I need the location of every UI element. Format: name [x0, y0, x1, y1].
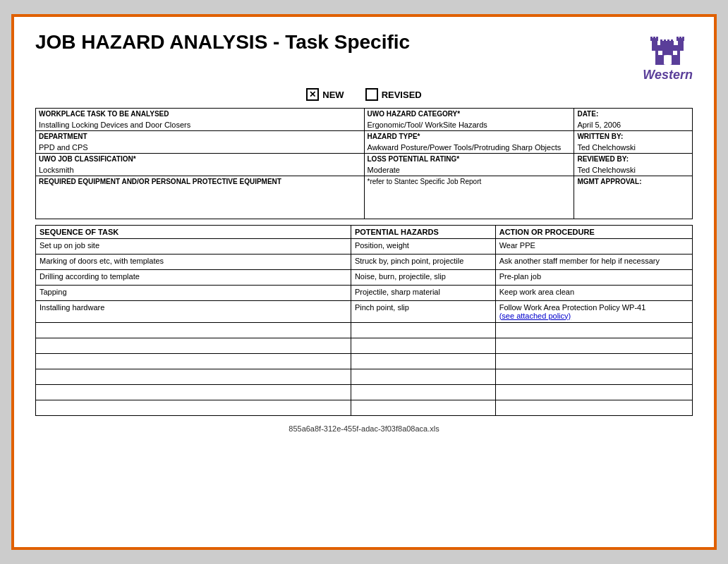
castle-icon — [643, 31, 693, 68]
uwo-job-label: UWO JOB CLASSIFICATION* — [36, 154, 365, 165]
policy-link[interactable]: (see attached policy) — [499, 312, 571, 320]
act-cell — [495, 369, 692, 384]
seq-cell — [36, 353, 351, 369]
svg-rect-2 — [650, 37, 653, 41]
haz-cell: Position, weight — [351, 238, 495, 254]
table-row: Marking of doors etc, with templatesStru… — [36, 254, 693, 269]
haz-cell: Struck by, pinch point, projectile — [351, 254, 495, 269]
required-equip-value — [36, 187, 365, 219]
uwo-job-value: Locksmith — [36, 164, 365, 176]
page: JOB HAZARD ANALYSIS - Task Specific — [11, 14, 717, 550]
seq-cell — [36, 400, 351, 415]
stantec-value — [364, 187, 574, 219]
revised-checkbox-label: REVISED — [365, 88, 422, 101]
seq-cell — [36, 384, 351, 400]
uwo-hazard-label: UWO HAZARD CATEGORY* — [364, 109, 574, 120]
required-equip-label: REQUIRED EQUIPMENT AND/OR PERSONAL PROTE… — [36, 176, 365, 188]
haz-cell — [351, 322, 495, 338]
reviewed-by-label: REVIEWED BY: — [574, 154, 693, 165]
table-row — [36, 384, 693, 400]
mgmt-approval-value — [574, 187, 693, 219]
new-revised-row: ✕ NEW REVISED — [35, 88, 693, 101]
col-haz-header: POTENTIAL HAZARDS — [351, 225, 495, 238]
svg-rect-12 — [667, 39, 669, 45]
table-row — [36, 369, 693, 384]
mgmt-approval-label: MGMT APPROVAL: — [574, 176, 693, 188]
new-label: NEW — [322, 90, 344, 100]
seq-cell — [36, 338, 351, 353]
act-cell: Wear PPE — [495, 238, 692, 254]
haz-cell — [351, 369, 495, 384]
haz-cell — [351, 384, 495, 400]
logo-text: Western — [643, 68, 693, 82]
act-cell — [495, 384, 692, 400]
filename: 855a6a8f-312e-455f-adac-3f03f8a08aca.xls — [289, 424, 439, 433]
date-value: April 5, 2006 — [574, 119, 693, 131]
table-row: TappingProjectile, sharp materialKeep wo… — [36, 285, 693, 300]
logo-area: Western — [643, 31, 693, 82]
reviewed-by-value: Ted Chelchowski — [574, 164, 693, 176]
haz-cell — [351, 353, 495, 369]
svg-rect-4 — [656, 37, 658, 41]
department-value: PPD and CPS — [36, 142, 365, 154]
hazard-type-value: Awkward Posture/Power Tools/Protruding S… — [364, 142, 574, 154]
col-act-header: ACTION OR PROCEDURE — [495, 225, 692, 238]
svg-rect-11 — [664, 39, 666, 45]
svg-rect-15 — [658, 51, 662, 55]
act-cell: Keep work area clean — [495, 285, 692, 300]
new-checkbox[interactable]: ✕ — [306, 88, 319, 101]
header: JOB HAZARD ANALYSIS - Task Specific — [35, 31, 693, 82]
svg-rect-3 — [653, 37, 655, 41]
page-title: JOB HAZARD ANALYSIS - Task Specific — [35, 31, 410, 54]
act-cell — [495, 353, 692, 369]
act-cell — [495, 338, 692, 353]
seq-cell: Tapping — [36, 285, 351, 300]
date-label: DATE: — [574, 109, 693, 120]
hazard-type-label: HAZARD TYPE* — [364, 131, 574, 142]
table-row — [36, 353, 693, 369]
table-row: Drilling according to templateNoise, bur… — [36, 269, 693, 285]
seq-cell: Marking of doors etc, with templates — [36, 254, 351, 269]
table-row: Installing hardwarePinch point, slipFoll… — [36, 300, 693, 322]
loss-potential-value: Moderate — [364, 164, 574, 176]
seq-cell — [36, 369, 351, 384]
svg-rect-8 — [682, 37, 684, 41]
uwo-hazard-value: Ergonomic/Tool/ WorkSite Hazards — [364, 119, 574, 131]
revised-label: REVISED — [382, 90, 422, 100]
table-row: Set up on job sitePosition, weightWear P… — [36, 238, 693, 254]
haz-cell — [351, 400, 495, 415]
haz-cell: Projectile, sharp material — [351, 285, 495, 300]
revised-checkbox[interactable] — [365, 88, 378, 101]
svg-rect-16 — [673, 51, 677, 55]
form-table: WORKPLACE TASK TO BE ANALYSED UWO HAZARD… — [35, 108, 693, 219]
act-cell: Ask another staff member for help if nec… — [495, 254, 692, 269]
loss-potential-label: LOSS POTENTIAL RATING* — [364, 154, 574, 165]
table-row — [36, 338, 693, 353]
svg-rect-13 — [671, 39, 673, 45]
act-cell: Pre-plan job — [495, 269, 692, 285]
table-row — [36, 322, 693, 338]
act-cell — [495, 322, 692, 338]
haz-cell — [351, 338, 495, 353]
seq-cell: Set up on job site — [36, 238, 351, 254]
svg-rect-7 — [679, 37, 681, 41]
act-cell — [495, 400, 692, 415]
act-cell: Follow Work Area Protection Policy WP-41… — [495, 300, 692, 322]
stantec-note: *refer to Stantec Specific Job Report — [364, 176, 574, 188]
footer: 855a6a8f-312e-455f-adac-3f03f8a08aca.xls — [35, 424, 693, 433]
svg-rect-14 — [664, 55, 672, 65]
haz-cell: Pinch point, slip — [351, 300, 495, 322]
written-by-value: Ted Chelchowski — [574, 142, 693, 154]
table-row — [36, 400, 693, 415]
seq-cell: Installing hardware — [36, 300, 351, 322]
department-label: DEPARTMENT — [36, 131, 365, 142]
workplace-task-value: Installing Locking Devices and Door Clos… — [36, 119, 365, 131]
task-table: SEQUENCE OF TASK POTENTIAL HAZARDS ACTIO… — [35, 225, 693, 416]
svg-rect-10 — [660, 39, 662, 45]
seq-cell: Drilling according to template — [36, 269, 351, 285]
haz-cell: Noise, burn, projectile, slip — [351, 269, 495, 285]
new-checkbox-label: ✕ NEW — [306, 88, 344, 101]
seq-cell — [36, 322, 351, 338]
svg-rect-6 — [677, 37, 679, 41]
workplace-task-label: WORKPLACE TASK TO BE ANALYSED — [36, 109, 365, 120]
